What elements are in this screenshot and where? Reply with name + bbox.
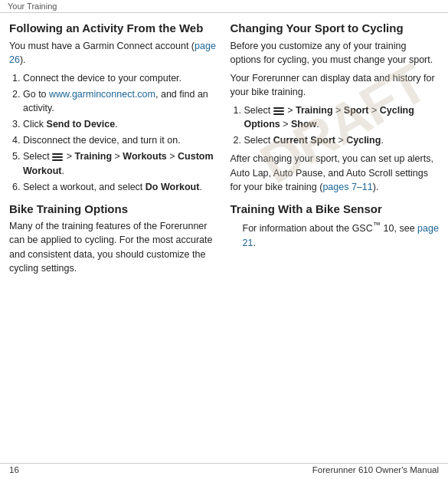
content-area: Following an Activity From the Web You m… <box>0 13 448 287</box>
following-steps-list: Connect the device to your computer. Go … <box>23 71 218 194</box>
link-pages7-11[interactable]: pages 7–11 <box>322 182 372 192</box>
bold-text: Training <box>74 151 112 162</box>
footer-page-number: 16 <box>9 465 19 474</box>
bold-text: Show <box>291 119 316 130</box>
bold-text: Cycling <box>346 135 381 146</box>
section-cycling-body3: After changing your sport, you can set u… <box>231 152 440 193</box>
list-item: Go to www.garminconnect.com, and find an… <box>23 87 218 115</box>
trademark-sup: ™ <box>373 221 381 229</box>
bold-text: Sport <box>344 105 369 116</box>
menu-icon <box>52 153 63 161</box>
chapter-title: Your Training <box>8 2 57 11</box>
section-following-title: Following an Activity From the Web <box>9 21 218 36</box>
section-cycling-title: Changing Your Sport to Cycling <box>231 21 440 36</box>
menu-icon <box>273 107 284 115</box>
list-item: Select a workout, and select Do Workout. <box>23 180 218 194</box>
bold-text: Workouts <box>123 151 166 162</box>
list-item: Select Current Sport > Cycling. <box>244 133 440 147</box>
link-page26[interactable]: page 26 <box>9 41 216 65</box>
footer-manual-title: Forerunner 610 Owner's Manual <box>312 465 439 474</box>
list-item: Select > Training > Workouts > Custom Wo… <box>23 149 218 177</box>
list-item: Click Send to Device. <box>23 117 218 131</box>
list-item: Connect the device to your computer. <box>23 71 218 85</box>
right-column: Changing Your Sport to Cycling Before yo… <box>231 21 440 280</box>
section-changing-sport: Changing Your Sport to Cycling Before yo… <box>231 21 440 194</box>
section-cycling-body1: Before you customize any of your trainin… <box>231 39 440 67</box>
bold-text: Do Workout <box>146 182 200 192</box>
link-garminconnect[interactable]: www.garminconnect.com <box>49 89 155 100</box>
bold-text: Current Sport <box>273 135 335 146</box>
left-column: Following an Activity From the Web You m… <box>9 21 218 280</box>
section-sensor-body: For information about the GSC™ 10, see p… <box>243 219 440 249</box>
section-bike-body: Many of the training features of the For… <box>9 219 218 275</box>
section-cycling-body2: Your Forerunner can display data and his… <box>231 71 440 99</box>
bold-text: Send to Device <box>47 119 116 130</box>
section-sensor-title: Training With a Bike Sensor <box>231 202 440 217</box>
section-bike-sensor: Training With a Bike Sensor For informat… <box>231 202 440 250</box>
section-following-intro: You must have a Garmin Connect account (… <box>9 39 218 67</box>
page-footer: 16 Forerunner 610 Owner's Manual <box>0 463 448 476</box>
section-following-activity: Following an Activity From the Web You m… <box>9 21 218 194</box>
list-item: Disconnect the device, and turn it on. <box>23 133 218 147</box>
section-bike-title: Bike Training Options <box>9 202 218 217</box>
page-header: Your Training <box>0 0 448 13</box>
cycling-steps-list: Select > Training > Sport > Cycling Opti… <box>244 103 440 147</box>
list-item: Select > Training > Sport > Cycling Opti… <box>244 103 440 131</box>
bold-text: Training <box>296 105 333 116</box>
section-bike-training: Bike Training Options Many of the traini… <box>9 202 218 275</box>
link-page21[interactable]: page 21 <box>243 223 439 248</box>
